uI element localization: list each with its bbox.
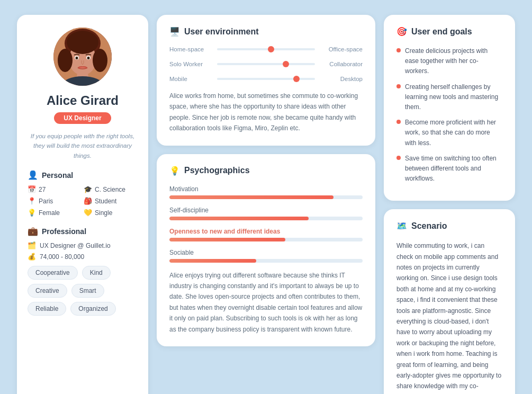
environment-description: Alice works from home, but sometimes she…: [169, 91, 363, 134]
relationship-item: 💛 Single: [84, 209, 138, 217]
psych-track-1: [169, 217, 363, 220]
goal-dot-2: [396, 120, 401, 124]
salary-item: 💰 74,000 - 80,000: [28, 253, 138, 261]
user-environment-title: 🖥️ User enviroinment: [169, 26, 363, 37]
slider-thumb-0[interactable]: [268, 46, 274, 52]
tag-organized: Organized: [70, 302, 115, 316]
psych-self-discipline: Self-discipline: [169, 207, 363, 220]
professional-section-title: 💼 Professional: [28, 226, 138, 236]
gender-item: 💡 Female: [28, 209, 82, 217]
goal-item-3: Save time on switching too often between…: [396, 154, 502, 184]
psychographics-icon: 💡: [169, 166, 180, 176]
avatar: [53, 28, 112, 86]
scenario-card: 🗺️ Scenario While commuting to work, i c…: [384, 209, 515, 394]
slider-track-0[interactable]: [217, 48, 315, 50]
psych-openness: Openness to new and different ideas: [169, 228, 363, 241]
tag-kind: Kind: [82, 266, 111, 280]
psych-sociable: Sociable: [169, 249, 363, 263]
slider-track-1[interactable]: [217, 63, 315, 65]
slider-thumb-1[interactable]: [283, 61, 289, 67]
psych-track-2: [169, 238, 363, 241]
scenario-icon: 🗺️: [396, 221, 407, 231]
svg-point-3: [58, 49, 73, 72]
role-badge: UX Designer: [54, 112, 111, 124]
user-name: Alice Girard: [47, 93, 119, 108]
slider-left-0: Home-space: [169, 46, 212, 52]
slider-left-2: Mobile: [169, 76, 212, 82]
slider-solo-collab: Solo Worker Collaborator: [169, 61, 363, 67]
slider-mobile-desktop: Mobile Desktop: [169, 76, 363, 82]
personal-section-title: 👤 Personal: [28, 170, 138, 180]
salary-icon: 💰: [28, 253, 36, 261]
slider-right-0: Office-space: [320, 46, 363, 52]
goal-dot-3: [396, 156, 401, 160]
psych-fill-0: [169, 195, 333, 199]
location-icon: 📍: [28, 197, 36, 205]
age-item: 📅 27: [28, 185, 82, 193]
slider-home-office: Home-space Office-space: [169, 46, 363, 52]
svg-point-5: [67, 31, 98, 54]
slider-left-1: Solo Worker: [169, 61, 212, 67]
job-icon: 🗂️: [28, 241, 36, 249]
psych-fill-1: [169, 217, 309, 220]
psych-label-2: Openness to new and different ideas: [169, 228, 363, 235]
svg-point-10: [76, 57, 78, 59]
city-item: 📍 Paris: [28, 197, 82, 205]
svg-point-11: [87, 57, 90, 59]
briefcase-icon: 💼: [28, 226, 38, 236]
user-end-goals-title: 🎯 User end goals: [396, 26, 502, 37]
psych-fill-3: [169, 259, 256, 263]
user-quote: If you equip people with the right tools…: [28, 131, 138, 160]
profile-card: Alice Girard UX Designer If you equip pe…: [17, 15, 148, 394]
environment-icon: 🖥️: [169, 26, 180, 37]
goal-item-1: Creating herself challenges by learning …: [396, 82, 502, 113]
psychographics-description: Alice enjoys trying out different softwa…: [169, 270, 363, 335]
slider-thumb-2[interactable]: [293, 76, 300, 82]
heart-icon: 💛: [84, 209, 92, 217]
slider-right-2: Desktop: [320, 76, 363, 82]
tag-creative: Creative: [28, 284, 67, 298]
calendar-icon: 📅: [28, 185, 36, 193]
tags-container: Cooperative Kind Creative Smart Reliable…: [28, 266, 138, 316]
gender-icon: 💡: [28, 209, 36, 217]
scenario-text: While commuting to work, i can check on …: [396, 240, 502, 394]
psych-motivation: Motivation: [169, 185, 363, 199]
psych-label-1: Self-discipline: [169, 207, 363, 214]
psych-track-3: [169, 259, 363, 263]
psychographics-title: 💡 Psychographics: [169, 166, 363, 176]
person-icon: 👤: [28, 170, 38, 180]
goal-dot-1: [396, 84, 401, 88]
psych-label-0: Motivation: [169, 185, 363, 193]
psych-fill-2: [169, 238, 285, 241]
personal-info-grid: 📅 27 🎓 C. Science 📍 Paris 🎒 Student 💡 Fe…: [28, 185, 138, 217]
field-item: 🎓 C. Science: [84, 185, 138, 193]
status-item: 🎒 Student: [84, 197, 138, 205]
field-icon: 🎓: [84, 185, 92, 193]
job-item: 🗂️ UX Designer @ Guillet.io: [28, 241, 138, 249]
user-end-goals-card: 🎯 User end goals Create delicious projec…: [384, 15, 515, 201]
psych-label-3: Sociable: [169, 249, 363, 256]
tag-smart: Smart: [71, 284, 104, 298]
user-environment-card: 🖥️ User enviroinment Home-space Office-s…: [157, 15, 375, 146]
slider-track-2[interactable]: [217, 78, 315, 80]
tag-reliable: Reliable: [28, 302, 66, 316]
goal-dot-0: [396, 48, 401, 52]
svg-point-4: [93, 49, 107, 72]
student-icon: 🎒: [84, 197, 92, 205]
right-column: 🎯 User end goals Create delicious projec…: [384, 15, 515, 394]
tag-cooperative: Cooperative: [28, 266, 78, 280]
goal-item-2: Become more proficient with her work, so…: [396, 118, 502, 148]
psych-track-0: [169, 195, 363, 199]
goals-list: Create delicious projects with ease toge…: [396, 46, 502, 184]
middle-column: 🖥️ User enviroinment Home-space Office-s…: [157, 15, 375, 394]
goals-icon: 🎯: [396, 26, 407, 37]
main-container: Alice Girard UX Designer If you equip pe…: [0, 0, 532, 394]
goal-item-0: Create delicious projects with ease toge…: [396, 46, 502, 77]
scenario-title: 🗺️ Scenario: [396, 221, 502, 231]
slider-right-1: Collaborator: [320, 61, 363, 67]
psychographics-card: 💡 Psychographics Motivation Self-discipl…: [157, 154, 375, 346]
